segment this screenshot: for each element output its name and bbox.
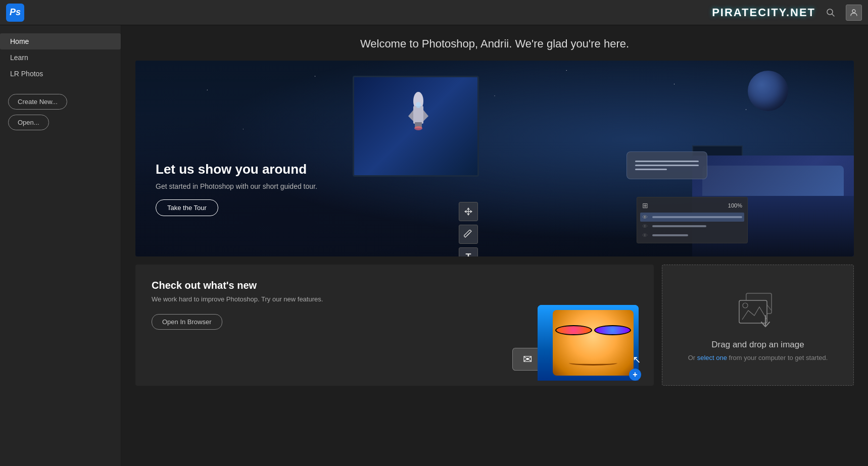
layer-bar-2 — [652, 225, 706, 227]
eraser-icon — [464, 230, 473, 239]
text-tool-label: T — [466, 252, 471, 257]
piratecity-logo: PIRATECITY.NET — [712, 6, 815, 19]
eye-icon-1: 👁 — [642, 214, 649, 220]
search-button[interactable] — [823, 5, 839, 21]
hero-text-tool: T — [459, 247, 478, 256]
hero-subtext: Get started in Photoshop with our short … — [156, 182, 317, 190]
hero-planet — [748, 71, 788, 111]
open-button[interactable]: Open... — [8, 115, 49, 130]
whats-new-image: ✉ — [512, 300, 644, 381]
topbar-left: Ps — [6, 4, 24, 22]
sidebar-item-home[interactable]: Home — [0, 33, 121, 49]
layers-icon: ⊞ — [642, 201, 648, 210]
svg-line-10 — [467, 233, 470, 236]
user-icon — [850, 9, 858, 17]
svg-rect-4 — [413, 106, 423, 124]
topbar: Ps PIRATECITY.NET — [0, 0, 868, 25]
hero-eraser-tool — [459, 225, 478, 244]
hero-move-tool — [459, 202, 478, 221]
bottom-panels: Check out what's new We work hard to imp… — [135, 265, 854, 386]
whats-new-panel: Check out what's new We work hard to imp… — [135, 265, 654, 386]
layer-bar-1 — [652, 216, 742, 218]
layer-row-3: 👁 — [640, 231, 744, 240]
main-layout: Home Learn LR Photos Create New... Open.… — [0, 25, 868, 466]
hero-layers-panel: ⊞ 100% 👁 👁 👁 — [637, 197, 748, 243]
svg-marker-5 — [408, 110, 413, 121]
hero-chat-line-3 — [635, 169, 667, 170]
image-upload-icon — [735, 289, 781, 330]
ps-app-icon: Ps — [6, 4, 24, 22]
drag-drop-title: Drag and drop an image — [711, 340, 804, 350]
drag-drop-icon — [735, 289, 781, 332]
svg-marker-6 — [423, 110, 428, 121]
content-area: Welcome to Photoshop, Andrii. We're glad… — [121, 25, 868, 466]
layer-row-2: 👁 — [640, 222, 744, 231]
sidebar-item-learn[interactable]: Learn — [0, 49, 121, 66]
svg-point-2 — [852, 10, 855, 13]
sidebar-nav: Home Learn LR Photos — [0, 33, 121, 82]
move-icon — [464, 207, 473, 216]
create-new-button[interactable]: Create New... — [8, 94, 67, 110]
layers-opacity: 100% — [728, 202, 742, 209]
search-icon — [826, 8, 835, 17]
svg-line-1 — [832, 14, 835, 16]
take-tour-button[interactable]: Take the Tour — [156, 199, 218, 216]
welcome-title: Welcome to Photoshop, Andrii. We're glad… — [135, 37, 854, 50]
drag-drop-panel[interactable]: Drag and drop an image Or select one fro… — [662, 265, 854, 386]
hero-chat-line-1 — [635, 161, 699, 162]
person-photo — [538, 305, 639, 381]
plus-badge: + — [629, 369, 641, 381]
select-file-link[interactable]: select one — [697, 354, 727, 361]
svg-point-8 — [414, 126, 422, 130]
cursor-icon: ↖ — [633, 353, 641, 366]
shuttle-svg — [403, 91, 433, 136]
svg-point-9 — [416, 102, 421, 108]
hero-text-block: Let us show you around Get started in Ph… — [156, 162, 317, 216]
hero-chat-line-2 — [635, 165, 699, 166]
sidebar-actions: Create New... Open... — [0, 94, 121, 130]
hero-layers-header: ⊞ 100% — [640, 200, 744, 211]
layer-bar-3 — [652, 234, 688, 236]
user-button[interactable] — [846, 5, 862, 21]
whats-new-heading: Check out what's new — [152, 280, 638, 291]
hero-shuttle — [403, 91, 444, 141]
sidebar-item-lr-photos[interactable]: LR Photos — [0, 66, 121, 82]
drag-drop-subtitle: Or select one from your computer to get … — [688, 354, 828, 361]
hero-chat-bubble — [626, 151, 707, 179]
eye-icon-2: 👁 — [642, 223, 649, 229]
eye-icon-3: 👁 — [642, 232, 649, 238]
hero-heading: Let us show you around — [156, 162, 317, 177]
sidebar: Home Learn LR Photos Create New... Open.… — [0, 25, 121, 466]
mail-icon: ✉ — [523, 353, 532, 366]
open-in-browser-button[interactable]: Open In Browser — [152, 314, 222, 330]
hero-banner: T ⊞ 100% 👁 👁 👁 — [135, 61, 854, 256]
layer-row-1: 👁 — [640, 213, 744, 222]
topbar-right: PIRATECITY.NET — [712, 5, 862, 21]
